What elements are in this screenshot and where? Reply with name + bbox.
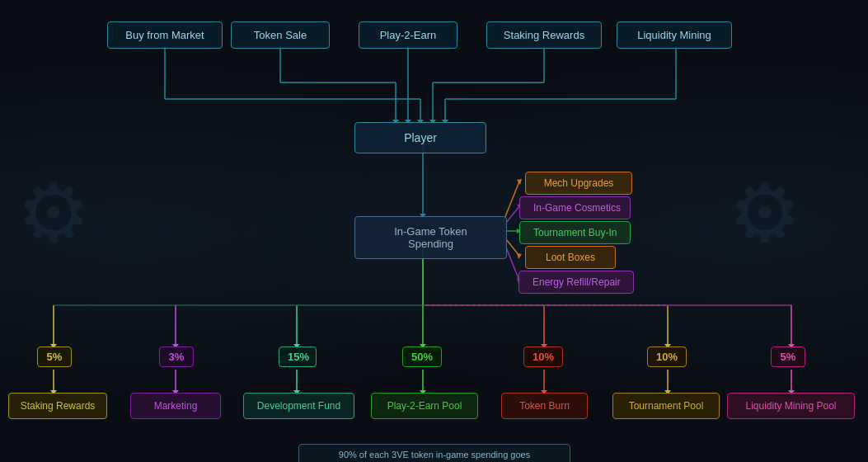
pct-3-badge: 3% xyxy=(159,346,194,367)
pct-10a-badge: 10% xyxy=(523,346,563,367)
pct-5a-badge: 5% xyxy=(37,346,72,367)
spending-box: In-Game Token Spending xyxy=(354,216,507,259)
marketing-pool-box: Marketing xyxy=(130,393,221,419)
loot-boxes-box: Loot Boxes xyxy=(525,246,616,269)
play2earn-box: Play-2-Earn xyxy=(359,21,457,49)
liquidity-mining-pool-box: Liquidity Mining Pool xyxy=(727,393,855,419)
flow-diagram: Buy from Market Token Sale Play-2-Earn S… xyxy=(0,0,868,462)
in-game-cosmetics-box: In-Game Cosmetics xyxy=(519,196,631,219)
pct-50-badge: 50% xyxy=(402,346,442,367)
pct-5b-badge: 5% xyxy=(771,346,805,367)
mech-upgrades-box: Mech Upgrades xyxy=(525,172,632,195)
token-sale-box: Token Sale xyxy=(231,21,330,49)
pct-10b-badge: 10% xyxy=(647,346,687,367)
play2earn-pool-box: Play-2-Earn Pool xyxy=(371,393,478,419)
player-box: Player xyxy=(354,122,486,153)
tournament-buy-in-box: Tournament Buy-In xyxy=(519,221,631,244)
token-burn-box: Token Burn xyxy=(501,393,588,419)
pct-15-badge: 15% xyxy=(279,346,317,367)
development-fund-box: Development Fund xyxy=(243,393,354,419)
staking-rewards-pool-box: Staking Rewards xyxy=(8,393,107,419)
bottom-note: 90% of each 3VE token in-game spending g… xyxy=(298,444,570,462)
staking-rewards-box: Staking Rewards xyxy=(486,21,602,49)
liquidity-mining-box: Liquidity Mining xyxy=(617,21,732,49)
energy-refill-box: Energy Refill/Repair xyxy=(518,271,634,294)
buy-from-market-box: Buy from Market xyxy=(107,21,223,49)
tournament-pool-box: Tournament Pool xyxy=(612,393,720,419)
